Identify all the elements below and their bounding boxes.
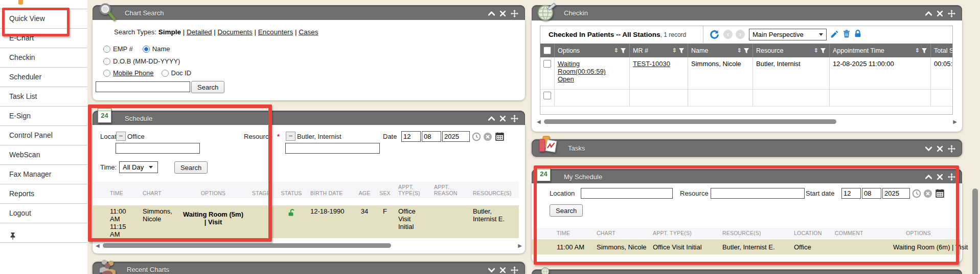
sidebar-item-scheduler[interactable]: Scheduler	[0, 67, 87, 87]
recent-charts-header[interactable]: Recent Charts	[93, 262, 525, 274]
scroll-thumb[interactable]	[103, 243, 391, 248]
filter-icon[interactable]	[620, 48, 626, 54]
resource-input[interactable]	[285, 143, 380, 154]
schedule-search-button[interactable]: Search	[174, 161, 208, 174]
sidebar-item-control-panel[interactable]: Control Panel	[0, 125, 87, 145]
move-icon[interactable]	[948, 10, 955, 17]
col-header-appt-time[interactable]: Appointment Time	[833, 47, 884, 54]
prev-page-icon[interactable]: ‹	[723, 30, 733, 39]
date-day-input[interactable]	[422, 131, 441, 142]
close-icon[interactable]	[500, 116, 506, 121]
resource-remove-button[interactable]: –	[286, 132, 295, 141]
close-icon[interactable]	[937, 174, 943, 180]
collapse-icon[interactable]	[488, 11, 495, 16]
scroll-left-icon[interactable]: ◀	[96, 242, 100, 249]
row-checkbox[interactable]	[543, 60, 551, 68]
edit-perspective-icon[interactable]	[830, 30, 839, 41]
row-checkbox[interactable]	[543, 92, 551, 99]
col-header-total-stay[interactable]: Total Sta	[934, 47, 952, 54]
col-header-options[interactable]: OPTIONS	[891, 228, 946, 238]
page-vscrollbar-thumb[interactable]	[972, 188, 978, 274]
date-year-input[interactable]	[442, 131, 470, 142]
sort-icon[interactable]: ⇕	[672, 47, 677, 54]
filter-icon[interactable]	[921, 48, 927, 54]
col-header-name[interactable]: Name	[691, 47, 708, 54]
cell-options[interactable]: Waiting Room (6m) | Visit	[891, 241, 970, 253]
col-header-appt-type[interactable]: APPT. TYPE(S)	[651, 228, 720, 238]
collapse-icon[interactable]	[925, 11, 932, 16]
col-header-chart[interactable]: CHART	[140, 188, 179, 198]
refresh-icon[interactable]	[709, 29, 720, 42]
col-header-appt-type[interactable]: APPT. TYPE(S)	[395, 182, 431, 198]
filter-icon[interactable]	[743, 48, 749, 54]
schedule-hscrollbar[interactable]: ◀ ▶	[96, 242, 522, 249]
select-all-checkbox[interactable]	[543, 47, 551, 54]
chart-search-header[interactable]: Chart Search	[93, 5, 525, 20]
next-page-icon[interactable]: ›	[736, 30, 745, 39]
checkin-header[interactable]: Checkin	[532, 5, 962, 20]
col-header-time[interactable]: TIME	[555, 228, 595, 238]
expand-icon[interactable]	[925, 146, 932, 151]
scroll-right-icon[interactable]: ▶	[518, 242, 522, 249]
unlocked-icon[interactable]	[287, 208, 296, 219]
col-header-location[interactable]: LOCATION	[792, 228, 833, 238]
col-header-resource[interactable]: Resource	[756, 47, 784, 54]
search-type-documents[interactable]: Documents	[218, 28, 253, 36]
location-remove-button[interactable]: –	[116, 132, 126, 141]
sidebar-item-checkin[interactable]: Checkin	[0, 48, 87, 67]
search-type-detailed[interactable]: Detailed	[187, 28, 212, 36]
mr-number-link[interactable]: TEST-10030	[633, 60, 670, 68]
radio-mobile-phone[interactable]	[103, 70, 110, 77]
scroll-thumb[interactable]	[544, 119, 836, 124]
col-header-chart[interactable]: CHART	[595, 228, 651, 238]
move-icon[interactable]	[511, 115, 518, 122]
cell-options[interactable]: Waiting Room (5m) | Visit	[179, 205, 247, 240]
collapse-icon[interactable]	[488, 116, 495, 121]
col-header-time[interactable]: TIME	[107, 188, 140, 198]
open-link[interactable]: Open	[558, 75, 574, 83]
resource-input[interactable]	[711, 188, 805, 199]
close-icon[interactable]	[937, 146, 943, 152]
move-icon[interactable]	[948, 145, 955, 153]
radio-emp[interactable]	[103, 46, 110, 53]
date-day-input[interactable]	[862, 188, 881, 199]
filter-icon[interactable]	[678, 48, 685, 54]
col-header-status[interactable]: STATUS	[276, 188, 307, 198]
time-picker-icon[interactable]	[472, 132, 481, 143]
col-header-options[interactable]: Options	[558, 47, 580, 54]
chart-search-button[interactable]: Search	[191, 81, 224, 93]
waiting-room-link[interactable]: Waiting Room(00:05:59)	[558, 60, 606, 75]
filter-icon[interactable]	[820, 48, 826, 54]
perspective-select[interactable]: Main Perspective	[749, 29, 827, 40]
sidebar-item-task-list[interactable]: Task List	[0, 87, 87, 106]
lock-perspective-icon[interactable]	[853, 29, 862, 40]
col-header-stage[interactable]: STAGE	[247, 188, 276, 198]
sort-icon[interactable]: ⇕	[614, 47, 619, 54]
my-schedule-appointment-row[interactable]: 11:00 AM Simmons, Nicole Office Visit In…	[532, 239, 960, 255]
search-type-encounters[interactable]: Encounters	[258, 28, 293, 36]
col-header-sex[interactable]: SEX	[375, 188, 395, 198]
move-icon[interactable]	[511, 266, 518, 274]
time-picker-icon[interactable]	[912, 189, 921, 200]
close-icon[interactable]	[937, 11, 943, 16]
checkin-hscrollbar[interactable]: ◀ ▶	[537, 118, 957, 125]
col-header-birth-date[interactable]: BIRTH DATE	[307, 188, 354, 198]
sidebar-item-e-chart[interactable]: E-Chart	[0, 28, 87, 48]
col-header-resource[interactable]: RESOURCE(S)	[470, 188, 518, 198]
col-header-appt-reason[interactable]: APPT. REASON	[431, 182, 470, 198]
expand-icon[interactable]	[488, 268, 495, 272]
clear-date-icon[interactable]	[923, 189, 932, 200]
sort-icon[interactable]: ⇕	[915, 47, 920, 54]
close-icon[interactable]	[500, 267, 506, 273]
time-select[interactable]: All Day	[119, 161, 158, 173]
scroll-right-icon[interactable]: ▶	[953, 118, 957, 125]
clipped-panel-header[interactable]	[532, 269, 962, 274]
calendar-picker-icon[interactable]	[935, 188, 945, 200]
delete-perspective-icon[interactable]	[842, 29, 851, 40]
date-month-input[interactable]	[401, 131, 421, 142]
tasks-header[interactable]: Tasks	[532, 139, 962, 157]
sidebar-item-logout[interactable]: Logout	[0, 203, 87, 223]
schedule-appointment-row[interactable]: 11:00 AM11:15 AM Simmons, Nicole Waiting…	[93, 205, 519, 238]
radio-dob[interactable]	[103, 58, 110, 65]
radio-mobile-phone-label[interactable]: Mobile Phone	[113, 69, 154, 77]
